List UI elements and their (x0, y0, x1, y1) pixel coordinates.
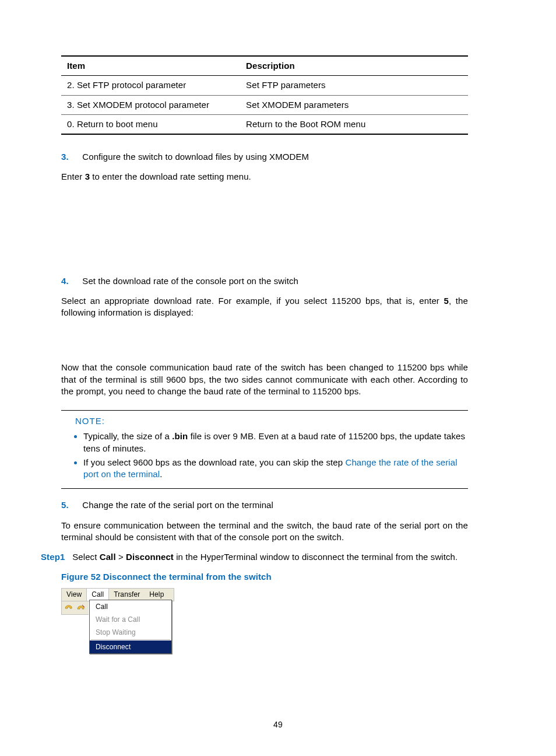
table-cell-desc: Set XMODEM parameters (240, 95, 468, 114)
menu-transfer[interactable]: Transfer (109, 589, 145, 601)
list-title: Change the rate of the serial port on th… (82, 500, 273, 510)
phone-call-icon[interactable] (64, 604, 73, 612)
list-item: 4. Set the download rate of the console … (61, 275, 499, 287)
table-row: 3. Set XMODEM protocol parameter Set XMO… (61, 95, 468, 114)
table-row: 0. Return to boot menu Return to the Boo… (61, 114, 468, 134)
step-label: Step1 (41, 552, 65, 562)
figure-caption: Figure 52 Disconnect the terminal from t… (61, 571, 499, 583)
menu-call[interactable]: Call (87, 589, 109, 601)
page-number: 49 (0, 719, 556, 730)
table-cell-item: 3. Set XMODEM protocol parameter (61, 95, 240, 114)
dropdown-item-disconnect[interactable]: Disconnect (90, 640, 171, 653)
table-cell-desc: Return to the Boot ROM menu (240, 114, 468, 134)
list-number: 5. (61, 499, 80, 511)
list-number: 3. (61, 151, 80, 163)
note-label: NOTE: (75, 415, 468, 427)
hyperterminal-menu: View Call Transfer Help Call Wait for a … (61, 588, 174, 654)
dropdown-item-wait: Wait for a Call (90, 613, 171, 626)
table-cell-item: 2. Set FTP protocol parameter (61, 76, 240, 95)
table-cell-desc: Set FTP parameters (240, 76, 468, 95)
paragraph: To ensure communication between the term… (61, 520, 468, 544)
list-title: Configure the switch to download files b… (82, 152, 309, 162)
menu-view[interactable]: View (62, 589, 87, 601)
dropdown-item-call[interactable]: Call (90, 600, 171, 613)
note-bullet: If you select 9600 bps as the download r… (83, 457, 468, 483)
call-dropdown: Call Wait for a Call Stop Waiting Discon… (89, 600, 172, 654)
table-header-item: Item (61, 56, 240, 76)
paragraph: Enter 3 to enter the download rate setti… (61, 171, 468, 183)
dropdown-item-stop: Stop Waiting (90, 626, 171, 639)
table-row: 2. Set FTP protocol parameter Set FTP pa… (61, 76, 468, 95)
menu-help[interactable]: Help (145, 589, 168, 601)
table-cell-item: 0. Return to boot menu (61, 114, 240, 134)
dropdown-separator (91, 639, 170, 640)
document-page: Item Description 2. Set FTP protocol par… (0, 0, 556, 756)
paragraph: Now that the console communication baud … (61, 362, 468, 397)
paragraph: Select an appropriate download rate. For… (61, 295, 468, 319)
step-line: Step1 Select Call > Disconnect in the Hy… (41, 551, 469, 563)
list-title: Set the download rate of the console por… (82, 276, 298, 286)
list-item: 3. Configure the switch to download file… (61, 151, 499, 163)
phone-hangup-icon[interactable] (76, 604, 85, 612)
toolbar (61, 601, 89, 615)
table-header-description: Description (240, 56, 468, 76)
list-item: 5. Change the rate of the serial port on… (61, 499, 499, 511)
parameter-table: Item Description 2. Set FTP protocol par… (61, 55, 468, 135)
note-bullet: Typically, the size of a .bin file is ov… (83, 430, 468, 457)
note-box: NOTE: Typically, the size of a .bin file… (61, 410, 468, 489)
list-number: 4. (61, 275, 80, 287)
